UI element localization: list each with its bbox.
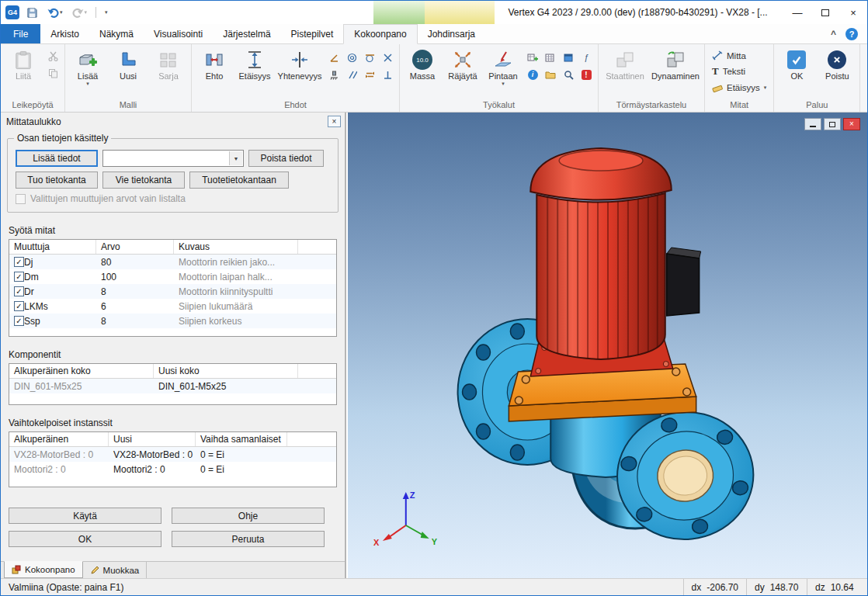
static-collision-button[interactable]: Staattinen: [602, 47, 648, 81]
add-component-button[interactable]: Lisää ▾: [68, 47, 107, 87]
model-viewport[interactable]: ×: [348, 113, 867, 578]
minimize-button[interactable]: —: [783, 1, 811, 24]
zoom-icon-button[interactable]: [560, 67, 577, 82]
close-button[interactable]: ×: [839, 1, 867, 24]
column-header[interactable]: Kuvaus: [174, 240, 298, 254]
motor-body[interactable]: [536, 186, 665, 362]
column-header[interactable]: Uusi koko: [154, 364, 298, 378]
components-table: Alkuperäinen koko Uusi koko DIN_601-M5x2…: [9, 363, 337, 405]
column-header[interactable]: Vaihda samanlaiset: [196, 432, 287, 446]
dynamic-collision-button[interactable]: Dynaaminen: [650, 47, 701, 81]
explode-button[interactable]: Räjäytä: [443, 47, 482, 81]
mass-button[interactable]: 10.0 Massa: [403, 47, 442, 81]
warning-icon-button[interactable]: !: [578, 67, 595, 82]
list-values-checkbox[interactable]: [16, 194, 26, 204]
import-database-button[interactable]: Tuo tietokanta: [16, 172, 98, 189]
combobox-dropdown-icon[interactable]: ▼: [229, 151, 242, 165]
angle-constraint-icon-button[interactable]: [325, 50, 342, 65]
cancel-button[interactable]: Peruuta: [172, 531, 325, 547]
tab-pistepilvet[interactable]: Pistepilvet: [281, 24, 344, 43]
table-row[interactable]: Dr 8 Moottorin kiinnityspultti: [9, 284, 336, 299]
data-select-combobox[interactable]: ▼: [102, 150, 244, 167]
document-restore-button[interactable]: [824, 118, 841, 130]
perpendicular-constraint-icon-button[interactable]: [379, 67, 396, 82]
table-row[interactable]: Dm 100 Moottorin laipan halk...: [9, 269, 336, 284]
table-row[interactable]: VX28-MotorBed : 0 VX28-MotorBed : 0 0 = …: [9, 447, 336, 462]
column-header[interactable]: Arvo: [96, 240, 174, 254]
help-dialog-button[interactable]: Ohje: [172, 508, 325, 524]
motor-terminal-box[interactable]: [667, 248, 701, 316]
export-database-button[interactable]: Vie tietokanta: [102, 172, 185, 189]
tab-jarjestelma[interactable]: Järjestelmä: [213, 24, 280, 43]
apply-button[interactable]: Käytä: [9, 508, 161, 524]
add-data-button[interactable]: Lisää tiedot: [16, 150, 98, 167]
info-icon-button[interactable]: i: [524, 67, 541, 82]
pump-3d-model[interactable]: Z X Y: [348, 113, 867, 578]
formula-icon-button[interactable]: ƒ: [578, 50, 595, 65]
ok-dialog-button[interactable]: OK: [9, 531, 161, 547]
exit-button[interactable]: Poistu: [818, 47, 856, 81]
row-checkbox[interactable]: [14, 257, 24, 267]
table-row[interactable]: LKMs 6 Siipien lukumäärä: [9, 299, 336, 314]
tab-kokoonpano[interactable]: Kokoonpano: [343, 24, 417, 44]
panel-icon-button[interactable]: [560, 50, 577, 65]
copy-button[interactable]: [44, 65, 61, 81]
row-checkbox[interactable]: [14, 316, 24, 326]
cut-button[interactable]: [44, 48, 61, 64]
tangent-constraint-icon-button[interactable]: [361, 50, 378, 65]
coincident-point-constraint-icon-button[interactable]: [379, 50, 396, 65]
paste-button[interactable]: Liitä: [4, 47, 43, 81]
series-button[interactable]: Sarja: [149, 47, 188, 81]
panel-close-button[interactable]: ×: [328, 116, 341, 127]
new-part-button[interactable]: Uusi: [109, 47, 148, 81]
tab-nakyma[interactable]: Näkymä: [89, 24, 144, 43]
table-row[interactable]: Moottori2 : 0 Moottori2 : 0 0 = Ei: [9, 462, 336, 476]
distance-measure-button[interactable]: Etäisyys ▾: [708, 81, 770, 94]
maximize-icon: [821, 9, 829, 16]
parallel-constraint-icon-button[interactable]: [343, 67, 360, 82]
row-checkbox[interactable]: [14, 286, 24, 296]
tab-arkisto[interactable]: Arkisto: [40, 24, 89, 43]
ok-button[interactable]: OK: [777, 47, 816, 81]
table-row[interactable]: Dj 80 Moottorin reikien jako...: [9, 255, 336, 269]
collapse-ribbon-button[interactable]: ^: [831, 29, 836, 40]
quick-access-customize-button[interactable]: ▾: [102, 8, 110, 17]
row-checkbox[interactable]: [14, 272, 24, 282]
to-surface-button[interactable]: Pintaan ▾: [484, 47, 523, 87]
row-checkbox[interactable]: [14, 301, 24, 311]
column-header[interactable]: Uusi: [109, 432, 196, 446]
table-row[interactable]: DIN_601-M5x25 DIN_601-M5x25: [9, 379, 336, 393]
distance-constraint-button[interactable]: Etäisyys: [235, 47, 274, 81]
opposite-constraint-icon-button[interactable]: [361, 67, 378, 82]
table-icon-button[interactable]: [542, 50, 559, 65]
tab-file[interactable]: File: [1, 24, 40, 43]
bottom-tab-kokoonpano[interactable]: Kokoonpano: [4, 561, 83, 578]
save-button[interactable]: [24, 5, 40, 20]
groupbox-legend: Osan tietojen käsittely: [14, 133, 111, 144]
fix-constraint-icon-button[interactable]: [325, 67, 342, 82]
column-header[interactable]: Alkuperäinen: [9, 432, 109, 446]
document-close-button[interactable]: ×: [843, 118, 860, 130]
help-button[interactable]: ?: [845, 28, 858, 40]
text-button[interactable]: T Teksti: [708, 64, 770, 79]
folder-icon-button[interactable]: [542, 67, 559, 82]
concentric-constraint-icon-button[interactable]: [343, 50, 360, 65]
tab-johdinsarja[interactable]: Johdinsarja: [418, 24, 485, 43]
tab-visualisointi[interactable]: Visualisointi: [144, 24, 213, 43]
constraint-button[interactable]: Ehto: [195, 47, 234, 81]
add-view-icon-button[interactable]: [524, 50, 541, 65]
product-database-button[interactable]: Tuotetietokantaan: [189, 172, 289, 189]
document-minimize-button[interactable]: [804, 118, 821, 130]
remove-data-button[interactable]: Poista tiedot: [248, 150, 324, 167]
dimension-button[interactable]: Mitta: [708, 49, 770, 62]
column-header[interactable]: Alkuperäinen koko: [9, 364, 154, 378]
undo-dropdown-icon: ▾: [60, 9, 63, 16]
redo-button[interactable]: ▾: [70, 6, 90, 19]
undo-button[interactable]: ▾: [45, 6, 65, 19]
coincidence-button[interactable]: Yhtenevyys: [276, 47, 324, 81]
table-row[interactable]: Ssp 8 Siipien korkeus: [9, 314, 336, 328]
column-header[interactable]: Muuttuja: [9, 240, 96, 254]
motor-top-cap[interactable]: [530, 148, 671, 200]
bottom-tab-muokkaa[interactable]: Muokkaa: [83, 562, 148, 578]
maximize-button[interactable]: [811, 1, 839, 24]
